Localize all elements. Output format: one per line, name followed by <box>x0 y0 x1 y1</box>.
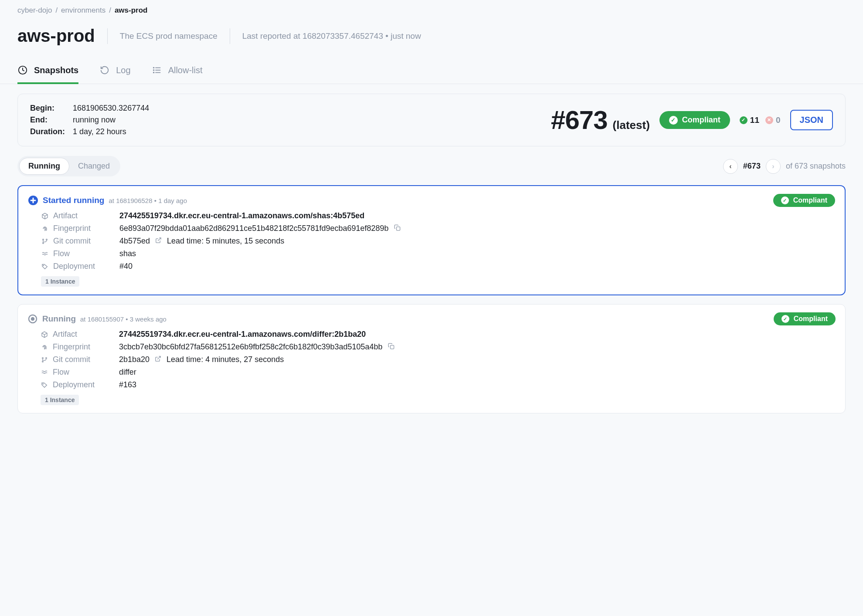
tag-icon <box>41 381 48 389</box>
deployment-value: #40 <box>119 262 835 271</box>
flow-label: Flow <box>41 249 119 258</box>
git-commit-label: Git commit <box>41 237 119 246</box>
card-header: Started running at 1681906528 • 1 day ag… <box>28 194 835 207</box>
card-meta: at 1680155907 • 3 weeks ago <box>80 315 166 323</box>
pager: ‹ #673 › of 673 snapshots <box>723 159 846 174</box>
check-circle-icon: ✓ <box>669 116 678 125</box>
chevron-right-icon: › <box>772 162 774 170</box>
waves-icon <box>41 369 48 376</box>
git-commit-label: Git commit <box>41 355 119 364</box>
external-link-icon[interactable] <box>155 355 161 364</box>
breadcrumb-org[interactable]: cyber-dojo <box>17 6 52 15</box>
compliance-counts: ✓ 11 ✕ 0 <box>740 115 781 125</box>
svg-point-4 <box>153 68 154 68</box>
clock-icon <box>17 65 28 75</box>
page-subtitle: The ECS prod namespace <box>120 31 217 41</box>
tab-log[interactable]: Log <box>99 65 130 84</box>
compliant-label: Compliant <box>794 315 828 323</box>
breadcrumb-sep: / <box>55 6 58 15</box>
tag-icon <box>41 263 49 271</box>
snapshot-card[interactable]: Running at 1680155907 • 3 weeks ago ✓ Co… <box>17 304 846 413</box>
compliant-badge: ✓ Compliant <box>773 194 835 207</box>
fingerprint-icon <box>41 225 49 233</box>
git-commit-value: 4b575ed Lead time: 5 minutes, 15 seconds <box>119 237 835 246</box>
svg-point-10 <box>46 239 48 240</box>
end-value: running now <box>73 115 149 125</box>
artifact-label: Artifact <box>41 211 119 220</box>
artifact-value: 274425519734.dkr.ecr.eu-central-1.amazon… <box>119 211 835 220</box>
summary-timing: Begin: 1681906530.3267744 End: running n… <box>30 104 149 136</box>
svg-rect-8 <box>396 227 400 230</box>
svg-point-15 <box>31 318 34 320</box>
svg-point-19 <box>42 361 44 362</box>
git-commit-value: 2b1ba20 Lead time: 4 minutes, 27 seconds <box>119 355 836 364</box>
snapshot-card[interactable]: Started running at 1681906528 • 1 day ag… <box>17 185 846 295</box>
toggle-running[interactable]: Running <box>19 158 69 175</box>
svg-line-20 <box>157 356 160 359</box>
svg-point-18 <box>46 357 47 359</box>
card-details: Artifact 274425519734.dkr.ecr.eu-central… <box>41 330 836 389</box>
toggle-changed[interactable]: Changed <box>69 158 119 175</box>
compliant-label: Compliant <box>682 115 720 125</box>
count-ok-value: 11 <box>750 115 759 125</box>
instances-tag[interactable]: 1 Instance <box>41 276 79 287</box>
pager-prev[interactable]: ‹ <box>723 159 738 174</box>
json-button[interactable]: JSON <box>790 110 833 130</box>
count-fail: ✕ 0 <box>765 115 781 125</box>
instances-tag[interactable]: 1 Instance <box>41 395 79 405</box>
view-toggle: Running Changed <box>17 156 120 176</box>
filters-row: Running Changed ‹ #673 › of 673 snapshot… <box>17 156 846 176</box>
lead-time: Lead time: 4 minutes, 27 seconds <box>166 355 284 364</box>
end-label: End: <box>30 115 65 125</box>
page-header: aws-prod The ECS prod namespace Last rep… <box>0 21 863 49</box>
compliant-badge: ✓ Compliant <box>659 111 730 129</box>
check-circle-icon: ✓ <box>781 315 789 323</box>
flow-value: shas <box>119 249 835 258</box>
card-details: Artifact 274425519734.dkr.ecr.eu-central… <box>41 211 835 271</box>
snapshot-number: #673 <box>551 105 607 135</box>
svg-point-21 <box>43 383 43 384</box>
card-meta: at 1681906528 • 1 day ago <box>109 197 187 204</box>
x-circle-icon: ✕ <box>765 116 773 124</box>
deployment-label: Deployment <box>41 380 119 389</box>
snapshot-summary: Begin: 1681906530.3267744 End: running n… <box>17 94 846 146</box>
fingerprint-value: 6e893a07f29bdda01aab62d862911ce51b48218f… <box>119 224 835 233</box>
svg-point-17 <box>42 357 44 359</box>
external-link-icon[interactable] <box>155 237 162 246</box>
artifact-label: Artifact <box>41 330 119 339</box>
svg-point-11 <box>43 242 44 244</box>
tabs: Snapshots Log Allow-list <box>0 49 863 84</box>
cube-icon <box>41 212 49 220</box>
pager-position: #673 <box>743 162 761 171</box>
fingerprint-icon <box>41 343 48 351</box>
compliant-label: Compliant <box>793 196 827 204</box>
tab-label: Log <box>116 65 130 75</box>
tab-snapshots[interactable]: Snapshots <box>17 65 78 84</box>
summary-right: #673 (latest) ✓ Compliant ✓ 11 ✕ 0 JSON <box>551 105 833 135</box>
breadcrumb-current: aws-prod <box>115 6 148 15</box>
waves-icon <box>41 250 49 258</box>
pager-next[interactable]: › <box>766 159 781 174</box>
snapshot-number-group: #673 (latest) <box>551 105 650 135</box>
breadcrumb: cyber-dojo / environments / aws-prod <box>0 0 863 21</box>
tab-allowlist[interactable]: Allow-list <box>152 65 203 84</box>
duration-value: 1 day, 22 hours <box>73 127 149 136</box>
card-title-row: Running at 1680155907 • 3 weeks ago <box>27 314 166 324</box>
last-reported: Last reported at 1682073357.4652743 • ju… <box>242 31 421 41</box>
header-divider <box>230 28 230 44</box>
compliant-badge: ✓ Compliant <box>774 312 836 325</box>
flow-label: Flow <box>41 368 119 377</box>
list-icon <box>152 65 162 75</box>
history-icon <box>99 65 110 75</box>
fingerprint-label: Fingerprint <box>41 342 119 352</box>
begin-value: 1681906530.3267744 <box>73 104 149 113</box>
svg-point-9 <box>43 239 44 240</box>
chevron-left-icon: ‹ <box>729 162 731 170</box>
plus-circle-icon <box>28 195 38 206</box>
copy-icon[interactable] <box>394 224 401 233</box>
copy-icon[interactable] <box>388 342 394 352</box>
count-fail-value: 0 <box>776 115 781 125</box>
breadcrumb-section[interactable]: environments <box>61 6 105 15</box>
check-circle-icon: ✓ <box>781 196 789 204</box>
begin-label: Begin: <box>30 104 65 113</box>
